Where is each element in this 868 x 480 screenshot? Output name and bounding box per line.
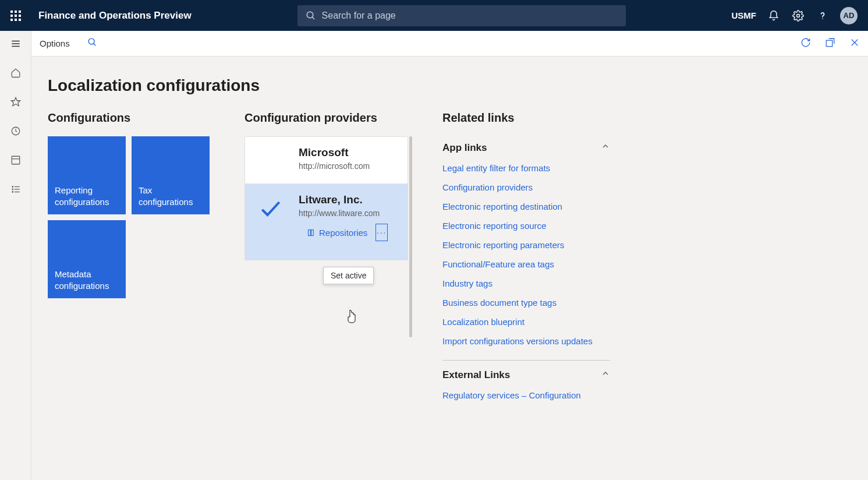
tile-reporting-configurations[interactable]: Reporting configurations [48, 136, 126, 214]
search-box[interactable] [297, 5, 626, 26]
company-label[interactable]: USMF [731, 10, 756, 20]
scrollbar[interactable] [409, 136, 412, 337]
collapse-button[interactable] [601, 369, 610, 381]
workspaces-button[interactable] [9, 153, 23, 167]
link-er-parameters[interactable]: Electronic reporting parameters [442, 235, 610, 255]
clock-icon [10, 126, 21, 136]
external-links-header: External Links [442, 369, 510, 381]
app-launcher-button[interactable] [0, 0, 31, 31]
settings-button[interactable] [791, 9, 805, 23]
tile-label: Reporting configurations [55, 185, 119, 207]
close-button[interactable] [849, 37, 860, 50]
ellipsis-icon: ··· [377, 228, 387, 237]
svg-marker-7 [11, 98, 20, 106]
svg-line-1 [312, 17, 314, 19]
page-content: Options Localization configurations Co [31, 31, 868, 480]
search-input[interactable] [322, 10, 618, 21]
search-icon [87, 37, 97, 47]
svg-point-0 [307, 12, 313, 18]
user-avatar[interactable]: AD [840, 7, 858, 24]
svg-rect-9 [12, 156, 20, 164]
action-pane: Options [31, 31, 868, 57]
svg-rect-23 [311, 230, 314, 235]
provider-card-litware[interactable]: Litware, Inc. http://www.litware.com Rep… [245, 184, 408, 260]
link-industry-tags[interactable]: Industry tags [442, 274, 610, 293]
header-actions: USMF AD [731, 7, 868, 24]
provider-more-button[interactable]: ··· [375, 224, 388, 241]
related-links-heading: Related links [442, 111, 852, 125]
popout-icon [825, 37, 835, 48]
close-icon [849, 37, 860, 48]
chevron-up-icon [601, 142, 610, 151]
configurations-section: Configurations Reporting configurations … [48, 111, 245, 414]
home-icon [10, 68, 21, 78]
app-header: Finance and Operations Preview USMF AD [0, 0, 868, 31]
link-import-versions[interactable]: Import configurations versions updates [442, 331, 610, 351]
configurations-heading: Configurations [48, 111, 245, 125]
link-regulatory-services[interactable]: Regulatory services – Configuration [442, 386, 610, 405]
svg-point-17 [88, 38, 94, 44]
module-icon [10, 155, 21, 165]
hamburger-icon [10, 38, 22, 49]
link-feature-tags[interactable]: Functional/Feature area tags [442, 255, 610, 274]
left-nav-rail [0, 31, 31, 480]
tile-tax-configurations[interactable]: Tax configurations [132, 136, 210, 214]
page-title: Localization configurations [48, 76, 852, 95]
app-title: Finance and Operations Preview [38, 10, 192, 22]
provider-list: Microsoft http://microsoft.com Litware, … [245, 136, 408, 260]
hamburger-button[interactable] [9, 37, 23, 51]
app-links-list: Legal entity filter for formats Configur… [442, 158, 610, 351]
related-links-section: Related links App links Legal entity fil… [442, 111, 852, 414]
search-icon [306, 10, 316, 21]
provider-url: http://www.litware.com [299, 209, 396, 218]
chevron-up-icon [601, 369, 610, 378]
svg-point-15 [12, 192, 13, 193]
svg-point-11 [12, 186, 13, 188]
tile-label: Metadata configurations [55, 269, 119, 291]
tile-label: Tax configurations [139, 185, 203, 207]
action-search-button[interactable] [87, 37, 97, 50]
provider-url: http://microsoft.com [299, 161, 396, 171]
svg-point-13 [12, 189, 13, 190]
repository-icon [307, 228, 316, 237]
bell-icon [768, 10, 780, 22]
svg-point-2 [796, 14, 799, 17]
refresh-icon [800, 37, 811, 48]
svg-line-18 [93, 44, 95, 46]
link-localization-blueprint[interactable]: Localization blueprint [442, 312, 610, 331]
modules-button[interactable] [9, 182, 23, 196]
link-configuration-providers[interactable]: Configuration providers [442, 178, 610, 197]
svg-rect-19 [826, 40, 832, 47]
app-links-group: App links Legal entity filter for format… [442, 136, 610, 351]
link-legal-entity-filter[interactable]: Legal entity filter for formats [442, 158, 610, 178]
favorites-button[interactable] [9, 95, 23, 109]
refresh-button[interactable] [800, 37, 811, 50]
providers-section: Configuration providers Microsoft http:/… [245, 111, 442, 414]
home-button[interactable] [9, 66, 23, 80]
repositories-link[interactable]: Repositories [307, 228, 367, 238]
link-er-destination[interactable]: Electronic reporting destination [442, 197, 610, 216]
notifications-button[interactable] [767, 9, 781, 23]
svg-rect-22 [309, 230, 311, 235]
svg-point-3 [822, 18, 823, 19]
repositories-label: Repositories [319, 228, 367, 238]
menu-item-set-active[interactable]: Set active [323, 267, 374, 284]
gear-icon [792, 10, 804, 22]
collapse-button[interactable] [601, 142, 610, 154]
active-check-icon [258, 196, 284, 224]
popout-button[interactable] [825, 37, 835, 50]
providers-heading: Configuration providers [245, 111, 442, 125]
tile-metadata-configurations[interactable]: Metadata configurations [48, 220, 126, 298]
recent-button[interactable] [9, 124, 23, 138]
waffle-icon [10, 10, 21, 21]
external-links-list: Regulatory services – Configuration [442, 386, 610, 405]
options-tab[interactable]: Options [40, 38, 70, 48]
help-icon [817, 10, 828, 22]
link-er-source[interactable]: Electronic reporting source [442, 216, 610, 235]
link-doc-type-tags[interactable]: Business document type tags [442, 293, 610, 312]
external-links-group: External Links Regulatory services – Con… [442, 360, 610, 405]
app-links-header: App links [442, 142, 487, 154]
provider-name: Litware, Inc. [299, 193, 396, 206]
provider-card-microsoft[interactable]: Microsoft http://microsoft.com [245, 137, 408, 184]
help-button[interactable] [816, 9, 830, 23]
